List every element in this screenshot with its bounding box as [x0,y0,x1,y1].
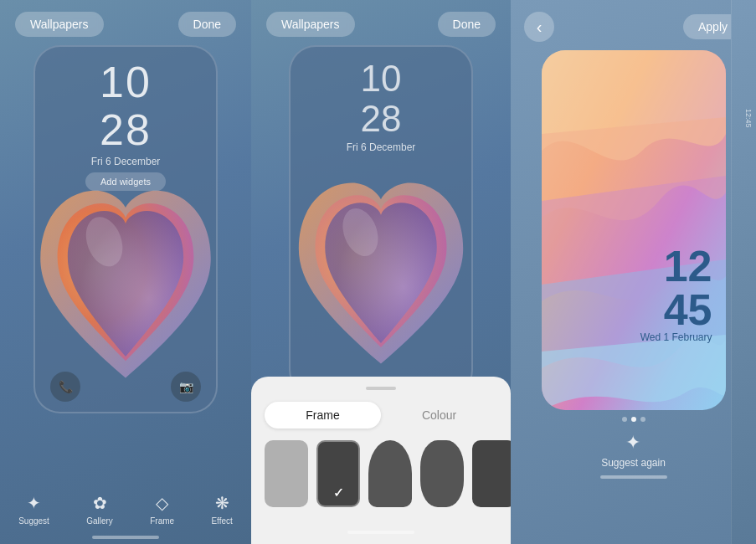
phone-mockup-2: 10 28 Fri 6 December [289,45,473,397]
clock-overlay: 12 45 Wed 1 February [640,244,712,343]
nav-effect[interactable]: ❋ Effect [211,493,232,526]
nav-effect-label: Effect [211,516,232,526]
clock-date-3: Wed 1 February [640,331,712,343]
date-2: Fri 6 December [347,141,416,153]
top-bar-3: ‹ Apply [511,0,756,50]
date-1: Fri 6 December [85,156,166,167]
panel-apply: ‹ Apply 12 45 [511,0,756,544]
done-button-1[interactable]: Done [178,12,236,37]
clock-area-1: 10 28 Fri 6 December Add widgets [85,47,166,196]
suggest-again-button[interactable]: ✦ Suggest again [601,432,666,469]
dot-2 [631,417,636,422]
clock-hour-1: 10 28 [85,59,166,154]
panel-wallpapers-lock: Wallpapers Done 10 28 Fri 6 December Add… [0,0,251,544]
frame-option-3[interactable] [368,440,412,507]
nav-gallery[interactable]: ✿ Gallery [86,493,113,526]
dot-indicators [622,417,645,422]
top-bar-2: Wallpapers Done [251,0,511,45]
clock-big-minute: 45 [640,288,712,331]
clock-area-2: 10 28 Fri 6 December [347,47,416,158]
frame-options: ✓ [265,440,497,507]
frame-icon: ◇ [156,493,168,513]
nav-frame-label: Frame [150,516,174,526]
phone-mockup-1: 10 28 Fri 6 December Add widgets [33,45,218,413]
panel-wallpapers-frame: Wallpapers Done 10 28 Fri 6 December [251,0,511,544]
back-button[interactable]: ‹ [524,12,554,42]
suggest-icon: ✦ [27,493,41,513]
suggest-again-icon: ✦ [625,432,640,454]
peek-time: 12:45 [744,109,753,128]
frame-option-2[interactable]: ✓ [316,440,360,507]
frame-option-1[interactable] [265,440,308,507]
tab-frame[interactable]: Frame [265,402,381,429]
tab-row: Frame Colour [265,402,497,429]
wallpapers-button-2[interactable]: Wallpapers [266,12,355,37]
phone-camera-icon: 📷 [171,372,201,402]
effect-icon: ❋ [215,493,229,513]
top-bar-1: Wallpapers Done [0,0,251,45]
wallpapers-button-1[interactable]: Wallpapers [15,12,104,37]
sheet-handle [366,387,396,390]
wallpaper-preview: 12 45 Wed 1 February [542,50,726,410]
add-widgets-button[interactable]: Add widgets [85,172,166,191]
panel-4-peek: 12:45 [731,0,756,544]
home-indicator-1 [92,536,159,539]
clock-big-hour: 12 [640,244,712,288]
suggest-again-label: Suggest again [601,457,666,469]
nav-suggest[interactable]: ✦ Suggest [18,493,49,526]
nav-suggest-label: Suggest [18,516,49,526]
home-indicator-2 [347,531,414,534]
phone-bottom-icons-1: 📞 📷 [35,372,216,402]
dot-3 [640,417,645,422]
clock-2: 10 28 [347,59,416,140]
nav-frame[interactable]: ◇ Frame [150,493,174,526]
nav-gallery-label: Gallery [86,516,113,526]
bottom-nav-1: ✦ Suggest ✿ Gallery ◇ Frame ❋ Effect [0,485,251,536]
heart-wallpaper-2 [291,151,471,395]
bottom-sheet: Frame Colour ✓ [251,377,511,544]
frame-option-4[interactable] [420,440,464,507]
frame-option-5[interactable] [472,440,511,507]
home-indicator-3 [600,475,667,479]
tab-colour[interactable]: Colour [381,402,497,429]
done-button-2[interactable]: Done [438,12,496,37]
dot-1 [622,417,627,422]
gallery-icon: ✿ [93,493,107,513]
phone-call-icon: 📞 [50,372,80,402]
